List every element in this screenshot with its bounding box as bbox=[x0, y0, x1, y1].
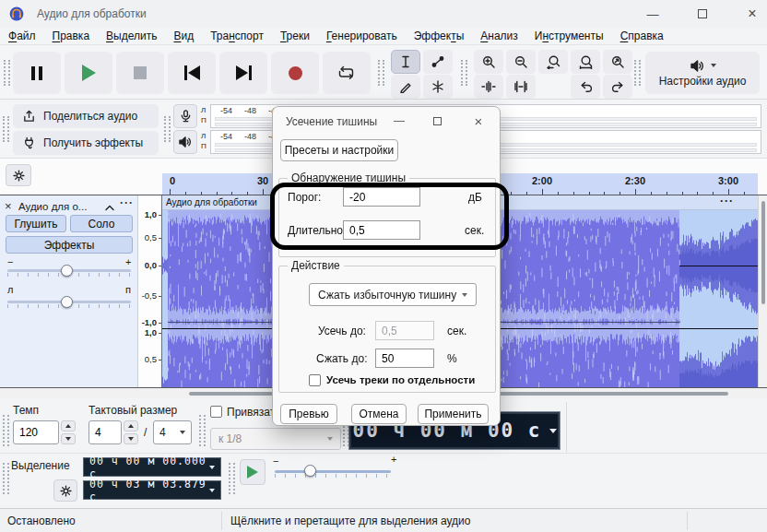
cancel-button[interactable]: Отмена bbox=[351, 404, 407, 424]
toolbar-grip[interactable] bbox=[3, 415, 9, 446]
toolbar-grip[interactable] bbox=[199, 415, 206, 446]
time-signature-upper-input[interactable] bbox=[88, 420, 122, 444]
undo-button[interactable] bbox=[571, 75, 600, 99]
toolbar-grip[interactable] bbox=[229, 463, 235, 494]
speed-slider-thumb[interactable] bbox=[304, 465, 316, 477]
window-maximize-button[interactable] bbox=[684, 1, 721, 27]
independent-tracks-checkbox[interactable] bbox=[309, 374, 321, 386]
compress-to-input[interactable] bbox=[375, 349, 434, 368]
action-select[interactable]: Сжать избыточную тишину bbox=[309, 283, 477, 306]
time-sig-spin-up-button[interactable] bbox=[124, 420, 138, 432]
vertical-ruler-label: 1,0 bbox=[145, 327, 157, 337]
pan-slider-thumb[interactable] bbox=[61, 296, 73, 308]
silence-selection-button[interactable] bbox=[506, 75, 536, 99]
toolbar-grip[interactable] bbox=[461, 60, 467, 86]
gain-slider-thumb[interactable] bbox=[61, 265, 73, 277]
vertical-scrollbar[interactable] bbox=[758, 195, 767, 387]
speed-slider[interactable] bbox=[275, 470, 391, 473]
menu-item-8[interactable]: Анализ bbox=[472, 29, 526, 43]
window-minimize-button[interactable]: — bbox=[634, 1, 671, 27]
time-signature-lower-select[interactable]: 4 bbox=[153, 420, 192, 444]
toolbar-grip[interactable] bbox=[378, 60, 384, 86]
track-collapse-icon[interactable] bbox=[105, 205, 114, 211]
window-close-button[interactable]: × bbox=[734, 1, 767, 27]
truncate-to-input[interactable] bbox=[375, 321, 434, 340]
title-bar: Аудио для обработки — × bbox=[0, 0, 767, 28]
vertical-scrollbar-thumb[interactable] bbox=[761, 201, 765, 304]
toolbar-grip[interactable] bbox=[634, 60, 641, 86]
preview-button[interactable]: Превью bbox=[280, 404, 337, 424]
record-meter-button[interactable] bbox=[173, 104, 197, 128]
skip-to-end-button[interactable] bbox=[219, 52, 267, 94]
menu-item-10[interactable]: Справка bbox=[612, 29, 672, 43]
vertical-ruler-tick bbox=[159, 360, 161, 361]
undo-icon bbox=[579, 80, 593, 93]
vertical-scale-ruler[interactable]: 1,00,50,0-0,5-1,01,00,5 bbox=[138, 195, 162, 387]
menu-item-7[interactable]: Эффекты bbox=[406, 29, 473, 43]
zoom-in-button[interactable] bbox=[474, 50, 503, 74]
toolbar-grip[interactable] bbox=[3, 116, 9, 142]
dialog-maximize-button[interactable] bbox=[425, 111, 449, 131]
fit-selection-button[interactable] bbox=[538, 50, 568, 74]
gear-icon bbox=[12, 169, 26, 183]
toolbar-grip[interactable] bbox=[3, 463, 9, 494]
snap-checkbox[interactable] bbox=[210, 406, 222, 418]
time-sig-spin-down-button[interactable] bbox=[124, 433, 138, 444]
skip-start-icon bbox=[184, 65, 200, 80]
vertical-ruler-tick bbox=[159, 266, 161, 266]
menu-item-9[interactable]: Инструменты bbox=[526, 29, 612, 43]
fit-project-button[interactable] bbox=[571, 50, 600, 74]
solo-button[interactable]: Соло bbox=[70, 215, 133, 232]
audio-setup-button[interactable]: Настройки аудио bbox=[645, 52, 760, 94]
multi-tool-button[interactable] bbox=[423, 75, 453, 99]
draw-tool-button[interactable] bbox=[391, 75, 420, 99]
selection-options-button[interactable] bbox=[53, 479, 77, 502]
redo-button[interactable] bbox=[603, 75, 632, 99]
zoom-out-button[interactable] bbox=[506, 50, 536, 74]
share-audio-button[interactable]: Поделиться аудио bbox=[13, 104, 159, 128]
track-menu-button[interactable]: ··· bbox=[120, 196, 134, 209]
selection-end-field[interactable]: 00 ч 03 м 03.879 с bbox=[83, 480, 221, 500]
menu-item-5[interactable]: Треки bbox=[272, 29, 318, 43]
loop-button[interactable] bbox=[323, 52, 371, 94]
toolbar-grip[interactable] bbox=[4, 60, 10, 86]
dialog-close-button[interactable]: × bbox=[466, 111, 490, 131]
menu-item-2[interactable]: Выделить bbox=[98, 29, 165, 43]
duration-input[interactable] bbox=[343, 220, 420, 240]
track-name[interactable]: Аудио для о... bbox=[18, 201, 87, 212]
envelope-tool-button[interactable] bbox=[423, 50, 453, 74]
zoom-toggle-button[interactable] bbox=[603, 50, 632, 74]
play-at-speed-button[interactable] bbox=[240, 459, 266, 485]
mute-button[interactable]: Глушить bbox=[6, 215, 66, 232]
dialog-minimize-button[interactable]: — bbox=[387, 111, 411, 131]
presets-settings-button[interactable]: Пресеты и настройки bbox=[280, 139, 398, 161]
menu-item-1[interactable]: Правка bbox=[44, 29, 99, 43]
record-meter-left-label: Л bbox=[201, 106, 206, 114]
tempo-spin-up-button[interactable] bbox=[61, 420, 76, 432]
pause-button[interactable] bbox=[13, 52, 61, 94]
trim-outside-selection-button[interactable] bbox=[474, 75, 503, 99]
menu-bar: ФайлПравкаВыделитьВидТранспортТрекиГенер… bbox=[0, 28, 767, 44]
apply-button[interactable]: Применить bbox=[418, 404, 489, 424]
timeline-options-button[interactable] bbox=[6, 164, 31, 186]
menu-item-4[interactable]: Транспорт bbox=[202, 29, 272, 43]
menu-item-3[interactable]: Вид bbox=[165, 29, 202, 43]
play-button[interactable] bbox=[65, 52, 112, 94]
snap-mode-select[interactable]: к 1/8 bbox=[210, 428, 341, 450]
selection-tool-button[interactable] bbox=[391, 50, 420, 74]
skip-to-start-button[interactable] bbox=[168, 52, 216, 94]
toolbar-grip[interactable] bbox=[164, 116, 171, 142]
menu-item-0[interactable]: Файл bbox=[0, 29, 44, 43]
record-button[interactable] bbox=[271, 52, 319, 94]
track-close-button[interactable]: × bbox=[5, 199, 12, 213]
effects-button[interactable]: Эффекты bbox=[6, 236, 133, 254]
get-effects-button[interactable]: Получить эффекты bbox=[13, 131, 159, 155]
clip-menu-button[interactable]: ··· bbox=[720, 195, 734, 207]
threshold-input[interactable] bbox=[343, 187, 420, 207]
playback-meter-button[interactable] bbox=[173, 130, 197, 154]
selection-start-field[interactable]: 00 ч 00 м 00.000 с bbox=[83, 457, 221, 477]
tempo-input[interactable] bbox=[13, 420, 59, 444]
menu-item-6[interactable]: Генерировать bbox=[318, 29, 406, 43]
tempo-spin-down-button[interactable] bbox=[61, 433, 76, 444]
stop-button[interactable] bbox=[116, 52, 164, 94]
